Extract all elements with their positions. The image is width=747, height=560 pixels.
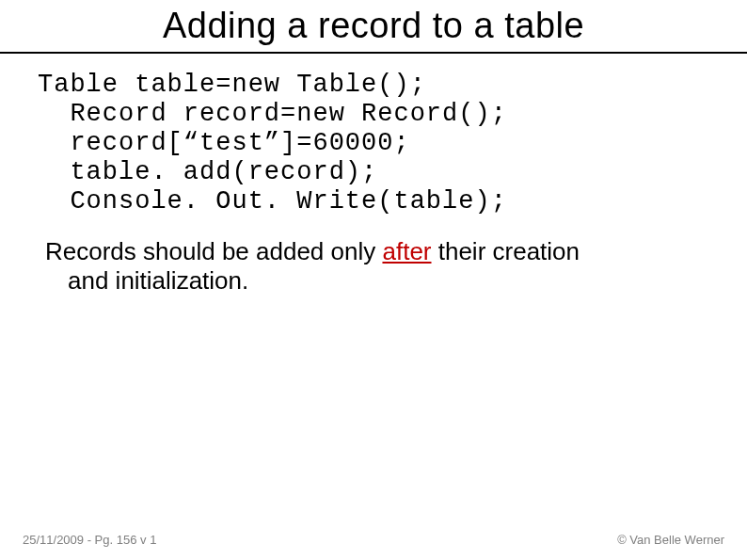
body-line2: and initialization. xyxy=(68,266,702,296)
body-text: Records should be added only after their… xyxy=(45,237,702,296)
body-line1-post: their creation xyxy=(432,237,580,265)
code-line-4: table. add(record); xyxy=(70,158,377,186)
body-emph-after: after xyxy=(382,237,431,265)
slide: Adding a record to a table Table table=n… xyxy=(0,0,747,560)
code-line-3: record[“test”]=60000; xyxy=(70,129,409,157)
slide-title: Adding a record to a table xyxy=(0,0,747,52)
code-block: Table table=new Table(); Record record=n… xyxy=(38,71,747,216)
code-line-1: Table table=new Table(); xyxy=(38,71,426,99)
body-line1-pre: Records should be added only xyxy=(45,237,382,265)
footer-left: 25/11/2009 - Pg. 156 v 1 xyxy=(23,533,156,547)
title-divider xyxy=(0,52,747,54)
code-line-5: Console. Out. Write(table); xyxy=(70,187,506,216)
code-line-2: Record record=new Record(); xyxy=(70,100,506,128)
footer-right: © Van Belle Werner xyxy=(617,533,724,547)
